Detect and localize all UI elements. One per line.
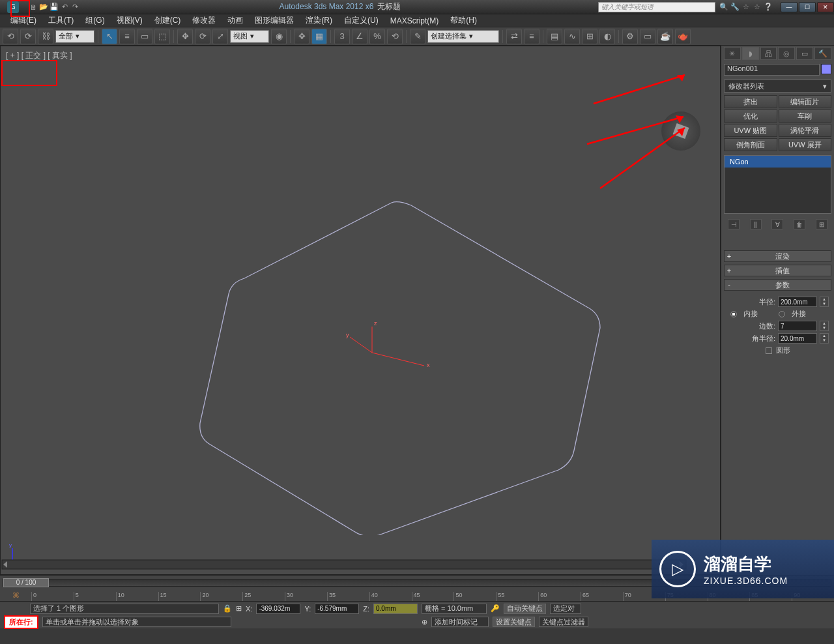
corner-radius-spinner-btns[interactable]: ▲▼: [820, 333, 829, 344]
menu-create[interactable]: 创建(C): [149, 14, 186, 27]
window-crossing-icon[interactable]: ⬚: [154, 29, 170, 44]
snap-3-icon[interactable]: 3: [334, 29, 350, 44]
align-icon[interactable]: ≡: [524, 29, 539, 44]
menu-group[interactable]: 组(G): [80, 14, 109, 27]
minimize-button[interactable]: —: [781, 2, 798, 12]
circumscribed-radio[interactable]: [779, 311, 785, 317]
select-name-icon[interactable]: ≡: [119, 29, 135, 44]
menu-customize[interactable]: 自定义(U): [339, 14, 384, 27]
lock-icon[interactable]: 🔒: [223, 604, 232, 613]
key-icon[interactable]: 🔑: [491, 604, 500, 613]
render-setup-icon[interactable]: ⚙: [622, 29, 638, 44]
scale-tool-icon[interactable]: ⤢: [212, 29, 228, 44]
help-icon[interactable]: ❔: [764, 3, 773, 12]
show-end-result-icon[interactable]: ‖: [750, 219, 762, 229]
add-time-tag[interactable]: 添加时间标记: [431, 617, 489, 627]
remove-mod-icon[interactable]: 🗑: [794, 219, 805, 229]
script-listener-icon[interactable]: ⌘: [12, 591, 20, 600]
radius-spinner[interactable]: 200.0mm: [778, 297, 817, 307]
z-coord-input[interactable]: 0.0mm: [373, 604, 418, 614]
edit-selection-set-icon[interactable]: ✎: [410, 29, 425, 44]
curve-editor-icon[interactable]: ∿: [564, 29, 580, 44]
menu-views[interactable]: 视图(V): [111, 14, 148, 27]
object-name-input[interactable]: NGon001: [724, 64, 820, 76]
manipulate-icon[interactable]: ✥: [294, 29, 309, 44]
open-icon[interactable]: 📂: [39, 3, 48, 12]
mod-lathe[interactable]: 车削: [779, 110, 832, 123]
y-coord-input[interactable]: -6.579mm: [315, 604, 359, 614]
layers-icon[interactable]: ▤: [547, 29, 562, 44]
percent-snap-icon[interactable]: %: [369, 29, 385, 44]
keymode-dropdown[interactable]: 选定对: [550, 604, 581, 614]
make-unique-icon[interactable]: ∀: [771, 219, 783, 229]
schematic-icon[interactable]: ⊞: [582, 29, 597, 44]
render-teapot-icon[interactable]: 🫖: [675, 29, 691, 44]
star-icon-2[interactable]: ☆: [753, 3, 762, 12]
pivot-icon[interactable]: ◉: [271, 29, 287, 44]
radius-spinner-btns[interactable]: ▲▼: [820, 297, 829, 307]
ngon-shape[interactable]: z y x: [33, 79, 659, 535]
undo-icon[interactable]: ↶: [60, 3, 69, 12]
utilities-tab-icon[interactable]: 🔨: [814, 47, 831, 60]
close-button[interactable]: ✕: [817, 2, 834, 12]
timetag-icon[interactable]: ⊕: [422, 618, 427, 626]
menu-maxscript[interactable]: MAXScript(M): [385, 15, 444, 27]
mod-editpatch[interactable]: 编辑面片: [779, 95, 832, 108]
menu-rendering[interactable]: 渲染(R): [300, 14, 338, 27]
redo-tool-icon[interactable]: ⟳: [20, 29, 36, 44]
object-color-swatch[interactable]: [821, 64, 831, 74]
new-icon[interactable]: 🗎: [29, 3, 38, 12]
setkey-button[interactable]: 设置关键点: [493, 617, 535, 627]
save-icon[interactable]: 💾: [50, 3, 59, 12]
mod-bevelprofile[interactable]: 倒角剖面: [724, 138, 777, 151]
hierarchy-tab-icon[interactable]: 品: [760, 47, 777, 60]
binoculars-icon[interactable]: 🔍: [719, 3, 728, 12]
menu-help[interactable]: 帮助(H): [445, 14, 482, 27]
menu-grapheditors[interactable]: 图形编辑器: [250, 14, 299, 27]
mod-uvwmap[interactable]: UVW 贴图: [724, 124, 777, 137]
spinner-snap-icon[interactable]: ⟲: [387, 29, 403, 44]
snap-toggle-icon[interactable]: ▦: [311, 29, 327, 44]
menu-modifiers[interactable]: 修改器: [187, 14, 221, 27]
named-selection-set[interactable]: 创建选择集 ▾: [427, 30, 499, 43]
search-input[interactable]: 键入关键字或短语: [598, 2, 715, 12]
motion-tab-icon[interactable]: ◎: [778, 47, 795, 60]
star-icon[interactable]: ☆: [741, 3, 751, 12]
angle-snap-icon[interactable]: ∠: [352, 29, 367, 44]
mod-extrude[interactable]: 挤出: [724, 95, 777, 108]
inscribed-radio[interactable]: [730, 311, 737, 317]
render-prod-icon[interactable]: ☕: [657, 29, 673, 44]
configure-sets-icon[interactable]: ⊞: [816, 219, 827, 229]
maximize-button[interactable]: ☐: [799, 2, 816, 12]
rotate-tool-icon[interactable]: ⟳: [195, 29, 210, 44]
autokey-button[interactable]: 自动关键点: [504, 604, 546, 614]
link-tool-icon[interactable]: ⛓: [38, 29, 53, 44]
mod-uvwunwrap[interactable]: UVW 展开: [779, 138, 832, 151]
rollout-parameters[interactable]: -参数: [724, 279, 831, 291]
time-slider-thumb[interactable]: 0 / 100: [3, 578, 49, 587]
transform-type-icon[interactable]: ⊞: [236, 604, 242, 613]
corner-radius-spinner[interactable]: 20.0mm: [778, 333, 817, 344]
mod-turbosmooth[interactable]: 涡轮平滑: [779, 124, 832, 137]
mod-optimize[interactable]: 优化: [724, 110, 777, 123]
modify-tab-icon[interactable]: ◗: [742, 47, 759, 60]
sides-spinner-btns[interactable]: ▲▼: [820, 321, 829, 331]
keyfilter-button[interactable]: 关键点过滤器: [539, 617, 588, 627]
create-tab-icon[interactable]: ✳: [724, 47, 741, 60]
selection-filter[interactable]: 全部 ▾: [55, 30, 94, 43]
modifier-stack[interactable]: NGon: [724, 155, 831, 214]
select-region-icon[interactable]: ▭: [137, 29, 152, 44]
modifier-list-dropdown[interactable]: 修改器列表▾: [724, 80, 831, 93]
wrench-icon[interactable]: 🔧: [730, 3, 740, 12]
move-tool-icon[interactable]: ✥: [177, 29, 193, 44]
rollout-interpolation[interactable]: +插值: [724, 265, 831, 276]
rollout-rendering[interactable]: +渲染: [724, 250, 831, 262]
x-coord-input[interactable]: -369.032m: [256, 604, 300, 614]
select-tool-icon[interactable]: ↖: [102, 29, 117, 44]
circular-checkbox[interactable]: [766, 347, 772, 354]
render-frame-icon[interactable]: ▭: [640, 29, 655, 44]
pin-stack-icon[interactable]: ⊣: [728, 219, 740, 229]
redo-icon[interactable]: ↷: [70, 3, 79, 12]
viewport[interactable]: [ + ] [ 正交 ] [ 真实 ] z y x y x: [0, 46, 721, 575]
view-cube[interactable]: [661, 111, 700, 151]
